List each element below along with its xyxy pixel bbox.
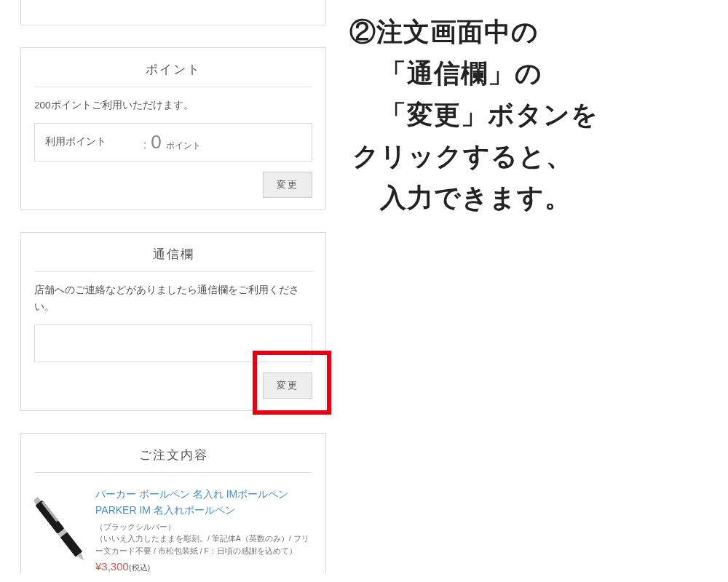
order-item: パーカー ボールペン 名入れ IMボールペン PARKER IM 名入れボールペ… xyxy=(34,483,312,573)
points-available-text: 200ポイントご利用いただけます。 xyxy=(34,97,312,114)
points-unit: ポイント xyxy=(166,140,201,152)
instruction-text: ②注文画面中の 「通信欄」の 「変更」ボタンを クリックすると、 入力できます。 xyxy=(349,12,713,218)
points-change-button[interactable]: 変更 xyxy=(263,172,312,198)
points-input-row: 利用ポイント : 0 ポイント xyxy=(34,123,312,162)
svg-rect-1 xyxy=(35,500,64,534)
order-title: ご注文内容 xyxy=(34,447,312,473)
product-option-color: （ブラックシルバー） xyxy=(95,521,312,533)
message-change-button[interactable]: 変更 xyxy=(263,372,312,399)
points-title: ポイント xyxy=(34,61,312,87)
product-option-details: （いいえ入力したままを彫刻。/ 筆記体A（英数のみ）/ フリー文カード不要 / … xyxy=(95,533,312,557)
product-image xyxy=(34,486,85,573)
product-price: ¥3,300(税込) xyxy=(95,560,312,573)
order-form-panel: ポイント 200ポイントご利用いただけます。 利用ポイント : 0 ポイント 変… xyxy=(20,0,326,573)
message-input[interactable] xyxy=(34,324,312,362)
instruction-line5: 入力できます。 xyxy=(349,178,713,219)
points-card: ポイント 200ポイントご利用いただけます。 利用ポイント : 0 ポイント 変… xyxy=(20,47,326,210)
svg-rect-4 xyxy=(60,532,82,557)
points-colon: : xyxy=(143,138,146,151)
instruction-panel: ②注文画面中の 「通信欄」の 「変更」ボタンを クリックすると、 入力できます。 xyxy=(349,12,713,218)
points-value: 0 xyxy=(151,131,161,154)
instruction-line1: ②注文画面中の xyxy=(349,17,539,47)
product-name[interactable]: パーカー ボールペン 名入れ IMボールペン PARKER IM 名入れボールペ… xyxy=(95,486,312,519)
message-description: 店舗へのご連絡などがありましたら通信欄をご利用ください。 xyxy=(34,282,312,316)
message-title: 通信欄 xyxy=(34,246,312,272)
previous-card-bottom xyxy=(20,0,326,25)
message-card: 通信欄 店舗へのご連絡などがありましたら通信欄をご利用ください。 変更 xyxy=(20,232,326,411)
instruction-line3: 「変更」ボタンを xyxy=(349,95,713,136)
instruction-line2: 「通信欄」の xyxy=(349,53,713,95)
order-card: ご注文内容 パーカー ボールペン 名入れ IMボールペン PARKER IM 名… xyxy=(20,433,326,573)
points-label: 利用ポイント xyxy=(45,135,143,148)
instruction-line4: クリックすると、 xyxy=(349,141,573,171)
